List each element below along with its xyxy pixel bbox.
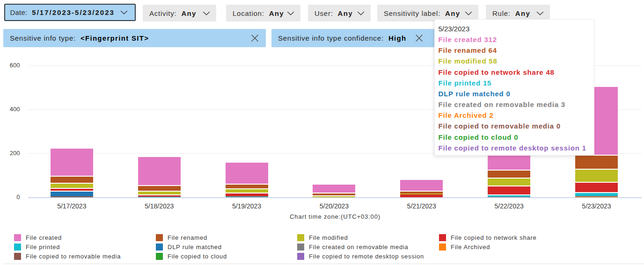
- legend-item[interactable]: File copied to remote desktop session: [297, 253, 424, 260]
- bar-segment[interactable]: [488, 170, 530, 178]
- filter-user[interactable]: User: Any: [308, 5, 371, 21]
- bar-segment[interactable]: [400, 193, 443, 194]
- bar-segment[interactable]: [575, 155, 618, 169]
- filter-chip-sensitive-info-type[interactable]: Sensitive info type: <Fingerprint SIT>: [3, 29, 266, 47]
- legend-label: File copied to cloud: [168, 253, 227, 260]
- bar-segment[interactable]: [400, 180, 443, 191]
- bar-segment[interactable]: [226, 163, 268, 184]
- chip-value: High: [388, 34, 407, 42]
- legend-swatch: [297, 244, 304, 251]
- bar-segment-separator: [488, 170, 530, 171]
- x-axis-tick-label: 5/21/2023: [394, 203, 450, 210]
- legend-item[interactable]: File copied to removable media: [14, 253, 121, 260]
- legend-label: DLP rule matched: [168, 244, 222, 251]
- legend-label: File modified: [309, 234, 348, 241]
- filter-activity[interactable]: Activity: Any: [143, 5, 216, 21]
- y-axis-tick-label: 0: [4, 194, 20, 201]
- bar-segment-separator: [51, 191, 93, 192]
- x-axis-tick-label: 5/18/2023: [131, 203, 187, 210]
- legend-item[interactable]: DLP rule matched: [156, 244, 222, 251]
- bar-segment[interactable]: [51, 176, 93, 183]
- legend-label: File copied to removable media: [26, 253, 121, 260]
- bar-segment[interactable]: [488, 178, 530, 186]
- tooltip-item: File renamed 64: [439, 45, 591, 56]
- legend-label: File copied to network share: [451, 234, 537, 241]
- bar-segment[interactable]: [51, 191, 93, 196]
- filter-chip-sensitive-info-type-confidence[interactable]: Sensitive info type confidence: High: [271, 29, 436, 47]
- filter-sensitivity-label-value: Any: [445, 9, 460, 17]
- bar-segment[interactable]: [575, 182, 618, 193]
- tooltip-item: File copied to removable media 0: [439, 121, 591, 131]
- chart-tooltip: 5/23/2023 File created 312File renamed 6…: [434, 19, 594, 156]
- tooltip-item: DLP rule matched 0: [439, 88, 591, 99]
- x-axis-line: [28, 197, 642, 198]
- bar-segment[interactable]: [226, 196, 268, 197]
- bar-segment[interactable]: [575, 196, 618, 196]
- bar-segment-separator: [488, 194, 530, 195]
- filter-user-label: User:: [315, 9, 333, 17]
- legend-swatch: [14, 234, 21, 241]
- legend-label: File created on removable media: [309, 244, 409, 251]
- tooltip-item: File printed 15: [439, 78, 591, 88]
- filter-rule-value: Any: [515, 9, 530, 17]
- bar-segment[interactable]: [138, 157, 181, 186]
- legend-item[interactable]: File modified: [297, 234, 348, 241]
- chip-value: <Fingerprint SIT>: [80, 34, 149, 42]
- bar-segment-separator: [575, 182, 618, 183]
- tooltip-item: File Archived 2: [439, 110, 591, 121]
- filter-rule-label: Rule:: [492, 9, 511, 17]
- tooltip-date: 5/23/2023: [439, 23, 591, 34]
- bar-segment[interactable]: [575, 193, 618, 196]
- bar-segment-separator: [226, 188, 268, 189]
- bar-segment[interactable]: [575, 169, 618, 182]
- legend-item[interactable]: File Archived: [439, 244, 490, 251]
- x-axis-tick-label: 5/22/2023: [481, 203, 537, 210]
- tooltip-item: File copied to cloud 0: [439, 132, 591, 143]
- legend-swatch: [439, 234, 446, 241]
- legend-item[interactable]: File copied to cloud: [156, 253, 227, 260]
- legend-item[interactable]: File created: [14, 234, 62, 241]
- legend-label: File renamed: [168, 234, 207, 241]
- tooltip-item: File created 312: [439, 34, 591, 45]
- bar-segment[interactable]: [488, 186, 530, 195]
- bar-segment-separator: [51, 183, 93, 184]
- filter-sensitivity-label-label: Sensitivity label:: [384, 9, 440, 17]
- chevron-down-icon: [120, 10, 128, 14]
- tooltip-item: File copied to network share 48: [439, 67, 591, 78]
- chart-timezone-caption: Chart time zone:(UTC+03:00): [265, 213, 405, 220]
- filter-location[interactable]: Location: Any: [226, 5, 300, 21]
- bar-segment-separator: [51, 176, 93, 177]
- y-axis-tick-label: 200: [4, 150, 20, 157]
- legend-swatch: [156, 244, 163, 251]
- legend-item[interactable]: File copied to network share: [439, 234, 537, 241]
- bar-segment-separator: [226, 193, 268, 193]
- legend-item[interactable]: File printed: [14, 244, 60, 251]
- legend-swatch: [156, 253, 163, 260]
- legend-swatch: [297, 234, 304, 241]
- filter-date-label: Date:: [10, 8, 28, 16]
- legend-item[interactable]: File renamed: [156, 234, 207, 241]
- close-icon[interactable]: [416, 35, 423, 42]
- filter-date[interactable]: Date: 5/17/2023-5/23/2023: [4, 4, 136, 21]
- x-axis-tick-label: 5/23/2023: [569, 203, 625, 210]
- legend-swatch: [156, 234, 163, 241]
- activity-explorer-screen: Date: 5/17/2023-5/23/2023 Activity: Any …: [0, 0, 644, 265]
- legend-item[interactable]: File created on removable media: [297, 244, 409, 251]
- bar-segment-separator: [488, 186, 530, 186]
- bar-segment[interactable]: [226, 193, 268, 196]
- bar-segment[interactable]: [313, 185, 355, 193]
- bar-segment-separator: [138, 191, 181, 192]
- close-icon[interactable]: [251, 35, 258, 42]
- tooltip-item: File modified 58: [439, 56, 591, 66]
- filter-location-value: Any: [269, 9, 284, 17]
- bar-segment-separator: [313, 193, 355, 193]
- bar-segment-separator: [226, 184, 268, 185]
- legend-swatch: [14, 253, 21, 260]
- bar-segment-separator: [575, 192, 618, 193]
- x-axis-tick-label: 5/19/2023: [219, 203, 275, 210]
- chip-label: Sensitive info type confidence:: [278, 34, 384, 42]
- legend-label: File printed: [26, 244, 60, 251]
- bar-segment-separator: [488, 178, 530, 179]
- x-axis-tick-label: 5/20/2023: [306, 203, 362, 210]
- bar-segment[interactable]: [51, 149, 93, 176]
